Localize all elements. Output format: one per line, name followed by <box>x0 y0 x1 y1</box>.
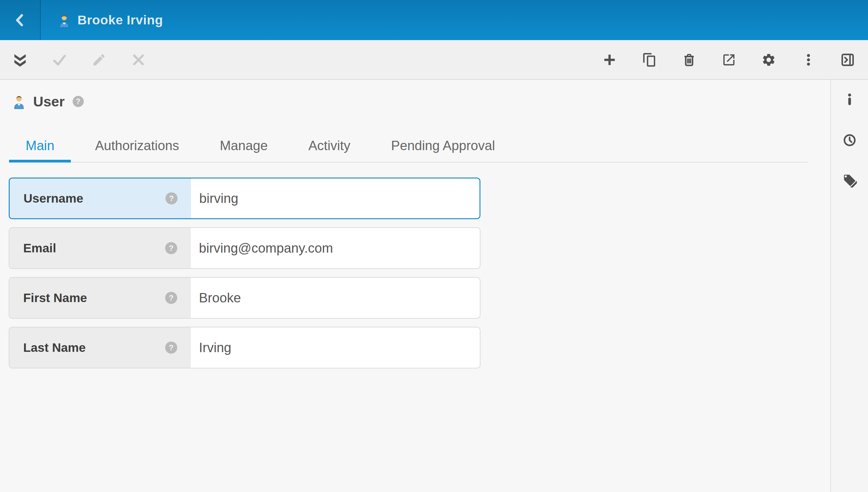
delete-icon <box>682 52 696 67</box>
field-row-last-name: Last Name ? <box>9 327 480 368</box>
field-row-first-name: First Name ? <box>9 277 480 319</box>
tab-strip: Main Authorizations Manage Activity Pend… <box>9 129 808 163</box>
help-icon[interactable]: ? <box>165 342 177 353</box>
settings-button[interactable] <box>760 46 777 73</box>
tags-icon <box>842 173 857 188</box>
tab-main[interactable]: Main <box>9 129 71 162</box>
back-button[interactable] <box>0 0 41 40</box>
object-header: User ? <box>12 90 830 113</box>
form-fields: Username ? Email ? First Name ? <box>9 177 480 368</box>
field-label-text: Username <box>24 192 83 205</box>
help-icon[interactable]: ? <box>165 292 177 304</box>
field-label-text: Last Name <box>23 341 85 355</box>
chevron-left-icon <box>12 13 28 28</box>
page-title: Brooke Irving <box>77 13 163 27</box>
title-bar: Brooke Irving <box>0 0 868 40</box>
field-value-cell <box>191 278 480 318</box>
field-value-cell <box>191 327 480 368</box>
field-label-text: First Name <box>23 291 87 305</box>
panel-toggle-icon <box>840 52 855 67</box>
copy-button[interactable] <box>640 46 658 73</box>
clock-icon <box>842 133 857 147</box>
field-value-cell <box>191 178 480 218</box>
save-check-button[interactable] <box>50 46 69 73</box>
tab-manage[interactable]: Manage <box>203 129 284 162</box>
field-label-username: Username ? <box>10 178 191 218</box>
cancel-button[interactable] <box>129 46 147 73</box>
details-info-button[interactable] <box>839 89 860 110</box>
titlebar-object: Brooke Irving <box>57 13 163 28</box>
main-content: User ? Main Authorizations Manage Activi… <box>0 80 830 492</box>
last-name-input[interactable] <box>191 327 480 368</box>
first-name-input[interactable] <box>191 277 480 318</box>
toolbar-right-group <box>601 46 817 73</box>
edit-button[interactable] <box>90 46 108 73</box>
more-menu-button[interactable] <box>799 46 817 73</box>
field-row-username: Username ? <box>9 177 480 219</box>
tab-authorizations[interactable]: Authorizations <box>78 129 196 162</box>
edit-icon <box>92 52 106 67</box>
toolbar-left-group <box>0 46 147 73</box>
add-icon <box>602 52 617 67</box>
check-icon <box>52 52 67 67</box>
help-icon[interactable]: ? <box>165 192 178 204</box>
field-row-email: Email ? <box>9 227 480 269</box>
field-value-cell <box>191 228 480 268</box>
object-type-title: User <box>33 93 65 110</box>
copy-icon <box>642 52 657 67</box>
info-icon <box>842 92 857 107</box>
tags-button[interactable] <box>839 170 860 191</box>
action-toolbar <box>0 40 868 80</box>
history-button[interactable] <box>839 130 860 151</box>
user-avatar-icon <box>57 13 71 28</box>
user-avatar-icon <box>12 94 26 109</box>
expand-all-icon <box>12 52 27 67</box>
field-label-text: Email <box>23 241 56 255</box>
add-button[interactable] <box>601 46 618 73</box>
settings-icon <box>761 52 776 67</box>
field-label-first-name: First Name ? <box>9 278 191 318</box>
field-label-last-name: Last Name ? <box>9 327 191 368</box>
panel-toggle-button[interactable] <box>839 46 857 73</box>
delete-button[interactable] <box>680 46 698 73</box>
open-in-new-button[interactable] <box>720 46 738 73</box>
open-in-new-icon <box>721 52 736 67</box>
tab-pending-approval[interactable]: Pending Approval <box>375 129 512 162</box>
close-icon <box>131 52 146 67</box>
utility-sidebar <box>830 80 868 492</box>
expand-all-button[interactable] <box>11 46 29 73</box>
more-vertical-icon <box>801 52 816 67</box>
help-icon[interactable]: ? <box>73 96 84 107</box>
tab-activity[interactable]: Activity <box>292 129 367 162</box>
field-label-email: Email ? <box>9 228 191 268</box>
email-input[interactable] <box>191 228 480 269</box>
help-icon[interactable]: ? <box>165 242 177 254</box>
username-input[interactable] <box>191 178 480 219</box>
